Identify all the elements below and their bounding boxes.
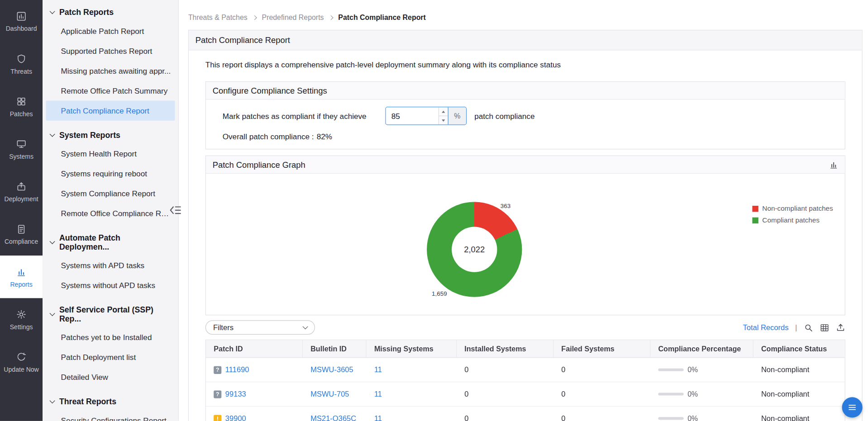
installed-systems-value: 0: [464, 390, 468, 398]
donut-chart-wrap: 2,022: [427, 202, 522, 297]
patch-question-icon: ?: [214, 390, 221, 398]
percent-suffix: %: [448, 107, 466, 124]
legend-label: Compliant patches: [762, 216, 820, 224]
sidebar-item-system-health-report[interactable]: System Health Report: [43, 144, 178, 164]
section-header-system-reports[interactable]: System Reports: [43, 126, 178, 144]
search-icon[interactable]: [804, 323, 813, 332]
nav-item-settings[interactable]: Settings: [0, 298, 43, 341]
sidebar-item-system-compliance-report[interactable]: System Compliance Report: [43, 184, 178, 203]
breadcrumb-predefined-reports[interactable]: Predefined Reports: [262, 13, 324, 21]
nav-label: Dashboard: [6, 25, 37, 32]
sidebar-item-detailed-view[interactable]: Detailed View: [43, 367, 178, 387]
bulletin-id-link[interactable]: MSWU-705: [310, 390, 349, 398]
compliance-status-value: Non-compliant: [761, 414, 809, 421]
missing-systems-link[interactable]: 11: [374, 366, 382, 374]
col-header-missing-systems[interactable]: Missing Systems: [367, 340, 457, 357]
sidebar-item-security-configurations-report[interactable]: Security Configurations Report: [43, 411, 178, 421]
bulletin-id-link[interactable]: MSWU-3605: [310, 366, 353, 374]
sidebar-item-patches-yet-to-be-installed[interactable]: Patches yet to be Installed: [43, 327, 178, 347]
nav-item-reports[interactable]: Reports: [0, 255, 43, 298]
missing-systems-link[interactable]: 11: [374, 390, 382, 398]
caret-down-icon: [442, 119, 445, 122]
shield-icon: [16, 53, 26, 64]
sidebar-item-patch-deployment-list[interactable]: Patch Deployment list: [43, 347, 178, 367]
col-header-compliance-status[interactable]: Compliance Status: [754, 340, 845, 357]
nav-item-threats[interactable]: Threats: [0, 43, 43, 85]
primary-nav: Dashboard Threats Patches Systems: [0, 0, 43, 421]
bulletin-id-link[interactable]: MS21-O365C: [310, 414, 356, 421]
total-records-link[interactable]: Total Records: [743, 323, 788, 331]
compliance-status-value: Non-compliant: [761, 390, 809, 398]
floating-menu-button[interactable]: [842, 397, 863, 417]
slice-label-compliant: 1,659: [432, 290, 447, 297]
nav-item-compliance[interactable]: Compliance: [0, 213, 43, 255]
stepper-up-button[interactable]: [439, 107, 448, 115]
compliance-table: Patch ID Bulletin ID Missing Systems Ins…: [205, 340, 845, 421]
sidebar-item-missing-patches[interactable]: Missing patches awaiting appr...: [43, 61, 178, 81]
threshold-input[interactable]: [386, 107, 438, 124]
col-header-failed-systems[interactable]: Failed Systems: [553, 340, 650, 357]
nav-item-update-now[interactable]: Update Now: [0, 341, 43, 383]
reports-sidebar: Patch Reports Applicable Patch Report Su…: [43, 0, 179, 421]
report-description: This report displays a comprehensive pat…: [205, 60, 845, 69]
compliance-status-value: Non-compliant: [761, 366, 809, 374]
section-title: Patch Reports: [59, 8, 114, 17]
export-icon[interactable]: [836, 323, 845, 332]
legend-item-compliant: Compliant patches: [752, 216, 833, 224]
nav-item-dashboard[interactable]: Dashboard: [0, 0, 43, 43]
compliance-progress-bar: [658, 417, 683, 420]
nav-item-deployment[interactable]: Deployment: [0, 170, 43, 213]
sidebar-collapse-handle[interactable]: [169, 205, 181, 216]
section-system-reports: System Reports System Health Report Syst…: [43, 126, 178, 223]
breadcrumb-threats-patches[interactable]: Threats & Patches: [188, 13, 248, 21]
section-header-ssp-reports[interactable]: Self Service Portal (SSP) Rep...: [43, 301, 178, 327]
sidebar-item-remote-office-compliance[interactable]: Remote Office Compliance Re...: [43, 203, 178, 223]
sidebar-item-supported-patches-report[interactable]: Supported Patches Report: [43, 41, 178, 61]
section-header-patch-reports[interactable]: Patch Reports: [43, 3, 178, 21]
patch-id-link[interactable]: 99133: [225, 390, 246, 398]
table-toolbar: Total Records |: [743, 323, 845, 332]
deployment-box-icon: [16, 181, 26, 192]
table-row: ? 111690 MSWU-3605 11 0 0 0% Non-complia…: [206, 358, 845, 382]
nav-label: Reports: [10, 281, 32, 288]
dashboard-icon: [16, 11, 26, 21]
stepper-down-button[interactable]: [439, 116, 448, 125]
col-header-installed-systems[interactable]: Installed Systems: [457, 340, 553, 357]
nav-item-systems[interactable]: Systems: [0, 128, 43, 170]
col-header-patch-id[interactable]: Patch ID: [206, 340, 303, 357]
installed-systems-value: 0: [464, 366, 468, 374]
refresh-icon: [16, 351, 26, 362]
sidebar-item-systems-without-apd-tasks[interactable]: Systems without APD tasks: [43, 275, 178, 295]
sidebar-item-systems-with-apd-tasks[interactable]: Systems with APD tasks: [43, 255, 178, 275]
missing-systems-link[interactable]: 11: [374, 414, 382, 421]
table-header-row: Patch ID Bulletin ID Missing Systems Ins…: [206, 340, 845, 358]
chart-view-toggle-icon[interactable]: [829, 160, 838, 169]
section-automate-patch-deployment: Automate Patch Deploymen... Systems with…: [43, 229, 178, 295]
patch-id-link[interactable]: 111690: [225, 366, 249, 374]
col-header-bulletin-id[interactable]: Bulletin ID: [303, 340, 367, 357]
table-row: ! 39900 MS21-O365C 11 0 0 0% Non-complia…: [206, 407, 845, 421]
failed-systems-value: 0: [561, 390, 565, 398]
sidebar-item-applicable-patch-report[interactable]: Applicable Patch Report: [43, 21, 178, 41]
filters-label: Filters: [213, 323, 234, 331]
report-panel: Patch Compliance Report This report disp…: [188, 30, 863, 421]
section-title: System Reports: [59, 131, 120, 140]
page-title: Patch Compliance Report: [189, 30, 862, 50]
section-header-automate-patch-deployment[interactable]: Automate Patch Deploymen...: [43, 229, 178, 255]
col-header-compliance-percentage[interactable]: Compliance Percentage: [650, 340, 754, 357]
section-threat-reports: Threat Reports Security Configurations R…: [43, 393, 178, 421]
graph-title: Patch Compliance Graph: [213, 160, 305, 170]
sidebar-item-patch-compliance-report[interactable]: Patch Compliance Report: [46, 101, 175, 121]
threshold-label: Mark patches as compliant if they achiev…: [223, 111, 367, 120]
patch-id-link[interactable]: 39900: [225, 414, 246, 421]
section-header-threat-reports[interactable]: Threat Reports: [43, 393, 178, 410]
table-view-icon[interactable]: [820, 323, 830, 332]
filters-dropdown[interactable]: Filters: [205, 320, 315, 335]
nav-item-patches[interactable]: Patches: [0, 85, 43, 128]
document-icon: [16, 224, 26, 234]
legend-label: Non-compliant patches: [762, 205, 833, 213]
sidebar-item-remote-office-patch-summary[interactable]: Remote Office Patch Summary: [43, 81, 178, 101]
installed-systems-value: 0: [464, 414, 468, 421]
compliance-percentage-value: 0%: [687, 390, 698, 398]
sidebar-item-systems-requiring-reboot[interactable]: Systems requiring reboot: [43, 164, 178, 184]
